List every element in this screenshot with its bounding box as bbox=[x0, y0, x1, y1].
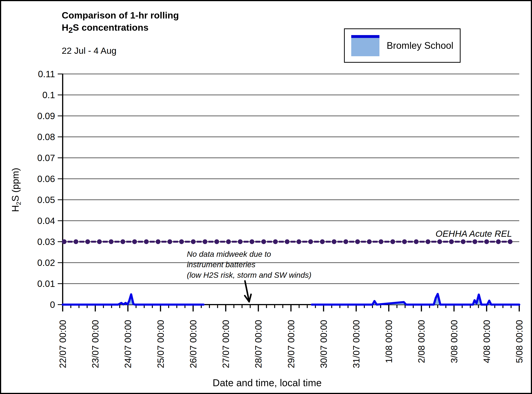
x-tick-label: 5/08 00:00 bbox=[514, 320, 524, 363]
rel-marker bbox=[62, 239, 67, 244]
rel-marker bbox=[121, 239, 125, 244]
x-tick-label: 4/08 00:00 bbox=[482, 320, 492, 363]
x-tick-label: 29/07 00:00 bbox=[286, 320, 296, 368]
rel-marker bbox=[250, 239, 254, 244]
rel-marker bbox=[390, 239, 395, 244]
rel-marker bbox=[261, 239, 266, 244]
x-tick-label: 22/07 00:00 bbox=[58, 320, 68, 368]
x-tick-label: 3/08 00:00 bbox=[449, 320, 459, 363]
rel-marker bbox=[332, 239, 336, 244]
x-tick-label: 25/07 00:00 bbox=[156, 320, 166, 368]
x-tick-label: 24/07 00:00 bbox=[123, 320, 133, 368]
y-tick-label: 0.01 bbox=[37, 279, 55, 289]
rel-marker bbox=[496, 239, 501, 244]
y-tick-label: 0.04 bbox=[37, 216, 55, 226]
x-tick-label: 28/07 00:00 bbox=[253, 320, 263, 368]
rel-marker bbox=[144, 239, 149, 244]
rel-marker bbox=[379, 239, 384, 244]
rel-marker bbox=[461, 239, 466, 244]
rel-marker bbox=[355, 239, 360, 244]
annotation-arrow-barb bbox=[249, 294, 251, 302]
rel-marker bbox=[285, 239, 290, 244]
rel-marker bbox=[297, 239, 301, 244]
x-tick-label: 31/07 00:00 bbox=[351, 320, 361, 368]
rel-marker bbox=[109, 239, 113, 244]
y-tick-label: 0.07 bbox=[37, 153, 55, 163]
y-tick-label: 0.11 bbox=[38, 69, 55, 79]
x-tick-label: 26/07 00:00 bbox=[188, 320, 198, 368]
x-tick-label: 1/08 00:00 bbox=[384, 320, 394, 363]
rel-marker bbox=[85, 239, 90, 244]
rel-marker bbox=[203, 239, 207, 244]
x-tick-label: 23/07 00:00 bbox=[90, 320, 100, 368]
rel-marker bbox=[402, 239, 407, 244]
rel-marker bbox=[73, 239, 78, 244]
series-line bbox=[312, 294, 519, 305]
y-tick-label: 0 bbox=[50, 300, 55, 310]
rel-marker bbox=[132, 239, 137, 244]
series-line bbox=[63, 294, 204, 305]
y-tick-label: 0.03 bbox=[37, 237, 55, 247]
x-tick-label: 27/07 00:00 bbox=[221, 320, 231, 368]
rel-marker bbox=[97, 239, 102, 244]
rel-marker bbox=[226, 239, 231, 244]
rel-marker bbox=[156, 239, 160, 244]
rel-marker bbox=[238, 239, 243, 244]
x-tick-label: 2/08 00:00 bbox=[416, 320, 426, 363]
chart-page: Comparison of 1-hr rolling H2S concentra… bbox=[0, 0, 532, 394]
rel-marker bbox=[179, 239, 184, 244]
rel-marker bbox=[273, 239, 278, 244]
rel-marker bbox=[484, 239, 489, 244]
y-tick-label: 0.09 bbox=[37, 111, 55, 121]
y-tick-label: 0.08 bbox=[37, 132, 55, 142]
rel-marker bbox=[425, 239, 430, 244]
y-tick-label: 0.1 bbox=[42, 90, 55, 100]
x-tick-label: 30/07 00:00 bbox=[319, 320, 329, 368]
rel-marker bbox=[320, 239, 325, 244]
y-tick-label: 0.06 bbox=[37, 174, 55, 184]
rel-marker bbox=[473, 239, 477, 244]
y-tick-label: 0.05 bbox=[37, 195, 55, 205]
rel-marker bbox=[214, 239, 219, 244]
rel-marker bbox=[508, 239, 512, 244]
y-tick-label: 0.02 bbox=[37, 258, 55, 268]
rel-marker bbox=[191, 239, 196, 244]
rel-marker bbox=[367, 239, 372, 244]
rel-marker bbox=[308, 239, 313, 244]
rel-marker bbox=[437, 239, 442, 244]
rel-marker bbox=[343, 239, 348, 244]
chart-plot: 0.110.10.090.080.070.060.050.040.030.020… bbox=[1, 1, 532, 394]
rel-marker bbox=[167, 239, 172, 244]
rel-marker bbox=[449, 239, 454, 244]
rel-marker bbox=[414, 239, 419, 244]
